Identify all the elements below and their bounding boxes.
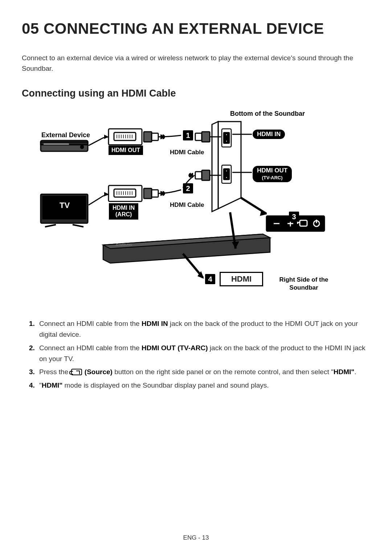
step-4-bold: HDMI" [42, 381, 63, 389]
step-3-text-a: Press the [39, 368, 70, 376]
port-hdmi-out-soundbar: HDMI OUT (TV-ARC) [253, 166, 292, 182]
svg-point-11 [81, 146, 83, 148]
step-2: Connect an HDMI cable from the HDMI OUT … [32, 343, 370, 365]
step-3-bold-hdmi: HDMI" [334, 368, 355, 376]
label-right-side-l1: Right Side of the [279, 276, 328, 283]
label-right-side-l2: Soundbar [289, 284, 318, 291]
svg-rect-40 [144, 188, 152, 199]
svg-point-3 [226, 140, 228, 142]
label-hdmi-cable-1: HDMI Cable [170, 149, 204, 156]
chapter-heading: 05 CONNECTING AN EXTERNAL DEVICE [22, 20, 370, 37]
step-3-bold-source: (Source) [85, 368, 113, 376]
port-hdmi-in-tv: HDMI IN (ARC) [109, 203, 138, 220]
port-hdmi-in-tv-l1: HDMI IN [113, 205, 135, 211]
svg-rect-30 [114, 189, 136, 197]
step-3: Press the (Source) button on the right s… [32, 367, 370, 377]
page-footer: ENG - 13 [0, 534, 392, 541]
callout-badge-4: 4 [205, 274, 215, 284]
soundbar-display-hdmi: HDMI [220, 272, 263, 286]
port-hdmi-in-soundbar: HDMI IN [253, 130, 285, 139]
step-2-text-a: Connect an HDMI cable from the [39, 344, 142, 352]
svg-rect-24 [152, 133, 158, 140]
svg-rect-25 [195, 133, 202, 140]
step-4-text-a: " [39, 381, 42, 389]
callout-badge-3: 3 [289, 212, 299, 222]
svg-rect-10 [44, 143, 69, 145]
label-tv: TV [60, 201, 70, 210]
svg-rect-41 [152, 190, 158, 197]
step-1-text-a: Connect an HDMI cable from the [39, 320, 142, 327]
svg-rect-43 [202, 170, 210, 180]
label-hdmi-cable-2: HDMI Cable [170, 201, 204, 209]
svg-rect-23 [144, 132, 152, 142]
label-right-side-soundbar: Right Side of the Soundbar [273, 276, 335, 292]
port-hdmi-out-external: HDMI OUT [109, 146, 143, 155]
svg-point-6 [226, 170, 228, 172]
source-icon [71, 369, 82, 375]
step-4-text-c: mode is displayed on the Soundbar displa… [62, 381, 269, 389]
svg-point-2 [226, 134, 228, 135]
step-3-text-e: . [354, 368, 356, 376]
section-subheading: Connecting using an HDMI Cable [22, 88, 370, 99]
svg-marker-22 [104, 135, 109, 139]
callout-badge-2: 2 [183, 183, 193, 193]
instruction-steps: Connect an HDMI cable from the HDMI IN j… [22, 318, 370, 391]
svg-rect-26 [202, 132, 210, 142]
step-1-bold: HDMI IN [142, 320, 168, 327]
step-4: "HDMI" mode is displayed on the Soundbar… [32, 380, 370, 391]
port-hdmi-in-tv-l2: (ARC) [115, 211, 132, 217]
svg-rect-42 [195, 172, 202, 179]
port-hdmi-out-soundbar-l1: HDMI OUT [257, 167, 287, 174]
label-external-device: External Device [41, 131, 90, 139]
svg-rect-13 [114, 132, 136, 140]
callout-badge-1: 1 [183, 130, 193, 140]
svg-text:SAMSUNG: SAMSUNG [116, 243, 132, 246]
label-bottom-soundbar: Bottom of the Soundbar [230, 110, 305, 118]
svg-marker-39 [104, 192, 109, 196]
step-2-bold: HDMI OUT (TV-ARC) [142, 344, 208, 352]
connection-diagram: SAMSUNG Bottom of th [38, 107, 354, 310]
port-hdmi-out-soundbar-l2: (TV-ARC) [262, 175, 283, 180]
svg-point-7 [226, 176, 228, 178]
step-3-text-c: button on the right side panel or on the… [113, 368, 334, 376]
intro-paragraph: Connect to an external device via a wire… [22, 53, 370, 74]
step-1: Connect an HDMI cable from the HDMI IN j… [32, 318, 370, 340]
